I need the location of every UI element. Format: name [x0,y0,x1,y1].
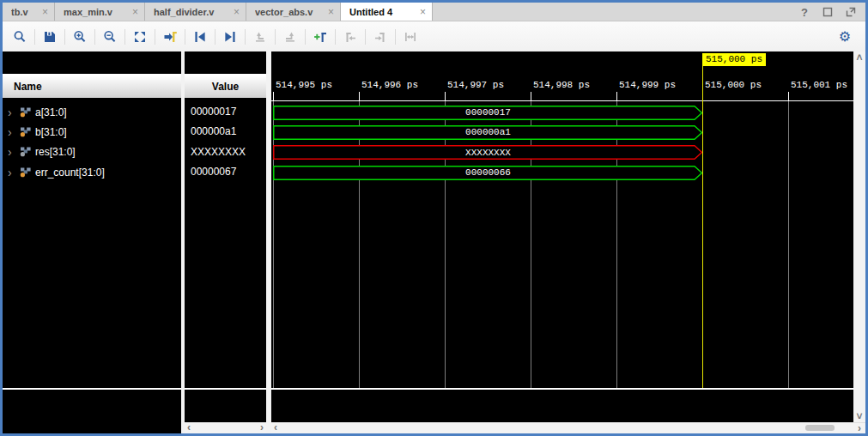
go-to-cursor-button[interactable] [160,27,180,47]
expand-chevron-icon[interactable]: › [8,108,16,117]
ruler-tick-label: 515,001 ps [791,80,847,90]
signal-value: 000000a1 [185,122,266,142]
find-button[interactable] [9,27,30,47]
next-edge-button [280,27,300,47]
ruler-tick-label: 515,000 ps [705,80,762,90]
toolbar-separator [34,29,35,45]
toolbar-separator [245,29,246,45]
tab-label: Untitled 4 [349,7,415,17]
signal-row-err_count310[interactable]: ›err_count[31:0] [3,162,181,182]
toolbar-separator [155,29,155,45]
zoom-in-button[interactable] [70,27,90,47]
tab-max-min-v[interactable]: max_min.v× [55,3,145,21]
toolbar-separator [94,29,95,45]
signal-names-panel: Name ›a[31:0]›b[31:0]›res[31:0]›err_coun… [3,51,181,433]
value-column-header: Value [185,74,266,98]
toolbar-separator [395,29,396,45]
names-top-strip [3,51,181,74]
ruler-tick-mark [616,92,617,100]
tab-close-icon[interactable]: × [328,6,334,18]
wave-scrollbar-thumb[interactable] [805,425,835,431]
gridline [531,101,531,388]
signal-name: err_count[31:0] [35,167,105,179]
bus-icon [20,167,32,178]
settings-button[interactable]: ⚙ [835,27,855,47]
tab-vector-abs-v[interactable]: vector_abs.v× [246,3,341,21]
wave-bus-value: 00000017 [273,107,703,118]
previous-edge-button [250,27,270,47]
swap-cursors-button [400,27,421,47]
add-marker-button[interactable] [310,27,331,47]
ruler-tick-label: 514,997 ps [447,80,504,90]
tab-close-icon[interactable]: × [132,6,138,18]
wave-main-area: Name ›a[31:0]›b[31:0]›res[31:0]›err_coun… [3,51,865,433]
bus-icon [20,127,32,137]
ruler-tick-mark [445,92,446,100]
wave-toolbar: ⚙ [3,21,865,51]
expand-chevron-icon[interactable]: › [8,148,16,156]
gridline [359,101,360,388]
gridline [273,101,274,388]
next-transition-button[interactable] [220,27,240,47]
bus-icon [20,147,32,157]
expand-chevron-icon[interactable]: › [8,168,16,177]
next-marker-button [370,27,391,47]
signal-name: b[31:0] [35,126,67,138]
values-horizontal-scrollbar[interactable]: ‹ › [185,422,266,433]
scroll-down-icon[interactable]: ˅ [856,410,862,422]
value-header-label: Value [212,81,239,93]
ruler-tick-label: 514,999 ps [619,80,676,90]
scroll-right-icon[interactable]: › [260,422,264,433]
bus-icon [20,107,32,118]
ruler-tick-label: 514,996 ps [361,80,418,90]
window-controls: ? [798,3,857,21]
toolbar-separator [185,29,185,45]
signal-row-b310[interactable]: ›b[31:0] [3,122,181,142]
toolbar-separator [335,29,336,45]
toolbar-separator [365,29,366,45]
tab-label: half_divider.v [154,7,228,17]
maximize-icon[interactable] [822,6,834,18]
ruler-tick-mark [273,92,274,100]
tab-half-divider-v[interactable]: half_divider.v× [145,3,246,21]
previous-transition-button[interactable] [190,27,210,47]
save-wave-config-button[interactable] [39,27,60,47]
values-top-strip [185,51,266,74]
ruler-tick-mark [531,92,531,100]
tab-close-icon[interactable]: × [420,6,426,18]
scrollbar-corner[interactable]: › [853,422,865,433]
values-separator-line [185,388,266,390]
scroll-up-icon[interactable]: ˄ [856,51,862,64]
tab-close-icon[interactable]: × [42,6,48,18]
expand-chevron-icon[interactable]: › [8,128,16,136]
signal-name: a[31:0] [35,106,67,118]
scroll-left-icon[interactable]: ‹ [274,422,277,433]
help-icon[interactable]: ? [798,6,810,18]
scroll-left-icon[interactable]: ‹ [187,422,191,433]
tab-label: tb.v [11,7,37,17]
signal-value: 00000067 [185,162,266,182]
wave-bus-value: 00000066 [273,167,703,178]
ruler-tick-label: 514,995 ps [276,80,332,90]
zoom-out-button[interactable] [100,27,120,47]
tab-tb-v[interactable]: tb.v× [3,3,55,21]
time-cursor-label: 515,000 ps [702,53,766,66]
waveform-canvas[interactable]: 515,000 ps ‹ 514,995 ps514,996 ps514,997… [271,51,853,433]
tab-close-icon[interactable]: × [234,6,240,18]
names-separator-line [3,388,181,390]
waveform-window: tb.v×max_min.v×half_divider.v×vector_abs… [0,0,868,436]
ruler-tick-mark [359,92,360,100]
wave-horizontal-scrollbar[interactable]: ‹ [271,422,853,433]
signal-value: XXXXXXXX [185,142,266,162]
tab-untitled-4[interactable]: Untitled 4× [341,3,433,21]
wave-vertical-scrollbar[interactable]: ˄ ˅ › [853,51,865,433]
signal-row-res310[interactable]: ›res[31:0] [3,142,181,162]
signal-row-a310[interactable]: ›a[31:0] [3,102,181,122]
scroll-right-icon[interactable]: › [858,422,861,434]
name-column-header: Name [3,74,181,98]
signal-name: res[31:0] [35,146,76,158]
ruler-tick-mark [788,92,789,100]
zoom-fit-button[interactable] [130,27,150,47]
toolbar-separator [215,29,215,45]
float-icon[interactable] [845,6,857,18]
